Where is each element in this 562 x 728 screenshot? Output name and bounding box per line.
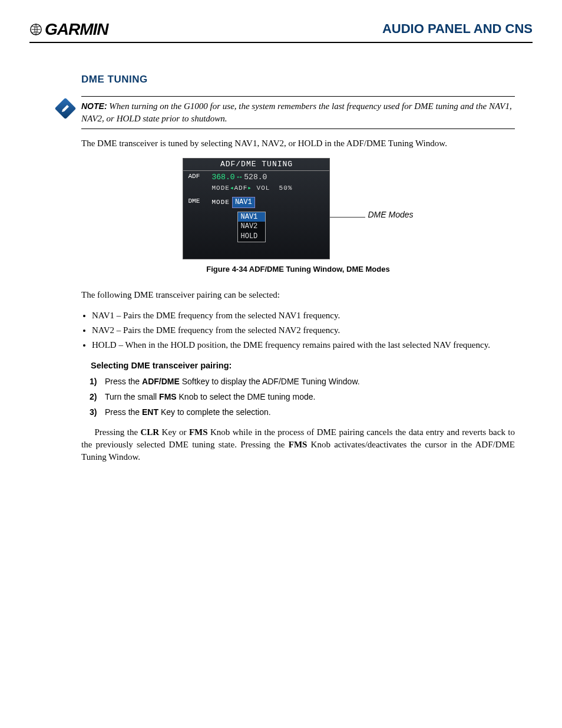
note-body: When turning on the G1000 for use, the s… xyxy=(81,101,512,123)
dropdown-option[interactable]: NAV2 xyxy=(238,222,265,232)
step-item: Press the ENT Key to complete the select… xyxy=(105,407,515,419)
dropdown-option[interactable]: HOLD xyxy=(238,232,265,242)
pairing-bullets: NAV1 – Pairs the DME frequency from the … xyxy=(81,309,515,351)
note-text: NOTE: When turning on the G1000 for use,… xyxy=(81,96,515,129)
callout-label: DME Modes xyxy=(368,210,413,220)
content-area: DME TUNING NOTE: When turning on the G10… xyxy=(29,73,533,463)
pencil-icon xyxy=(61,104,70,113)
note-label: NOTE: xyxy=(81,101,107,111)
adf-active-freq: 368.0 xyxy=(211,172,234,183)
step-item: Turn the small FMS Knob to select the DM… xyxy=(105,391,515,403)
section-header: AUDIO PANEL AND CNS xyxy=(382,20,533,38)
brand-logo: GARMIN xyxy=(29,18,108,41)
adf-label: ADF xyxy=(188,172,211,183)
callout-leader xyxy=(330,217,365,218)
tw-title: ADF/DME TUNING xyxy=(183,159,329,171)
closing-paragraph: Pressing the CLR Key or FMS Knob while i… xyxy=(29,426,533,463)
list-item: NAV1 – Pairs the DME frequency from the … xyxy=(92,309,515,322)
dme-row: DME MODE NAV1 xyxy=(183,196,329,209)
intro-paragraph: The DME transceiver is tuned by selectin… xyxy=(81,137,515,150)
note-block: NOTE: When turning on the G1000 for use,… xyxy=(58,96,515,129)
dme-mode-label: MODE xyxy=(211,198,229,208)
step-item: Press the ADF/DME Softkey to display the… xyxy=(105,376,515,388)
left-caret-icon: ◂ xyxy=(230,185,234,192)
adf-standby-freq: 528.0 xyxy=(244,172,267,183)
brand-text: GARMIN xyxy=(45,18,108,41)
dme-label: DME xyxy=(188,197,211,208)
vol-label: VOL xyxy=(257,185,270,192)
right-caret-icon: ▸ xyxy=(247,185,252,192)
procedure-title: Selecting DME transceiver pairing: xyxy=(91,360,515,371)
figure: ADF/DME TUNING ADF 368.0 ↔ 528.0 MODE◂AD… xyxy=(81,158,515,259)
figure-caption: Figure 4-34 ADF/DME Tuning Window, DME M… xyxy=(81,264,515,275)
list-item: NAV2 – Pairs the DME frequency from the … xyxy=(92,324,515,337)
adf-mode-line: MODE◂ADF▸ VOL 50% xyxy=(183,184,329,193)
dme-mode-dropdown[interactable]: NAV1 NAV2 HOLD xyxy=(237,212,266,242)
subsection-title: DME TUNING xyxy=(81,73,515,87)
pairing-intro: The following DME transceiver pairing ca… xyxy=(81,289,515,301)
garmin-globe-icon xyxy=(29,23,42,36)
dropdown-option[interactable]: NAV1 xyxy=(238,212,265,222)
vol-value: 50% xyxy=(279,185,293,192)
adf-row: ADF 368.0 ↔ 528.0 xyxy=(183,171,329,184)
adf-mode-val: ADF xyxy=(234,185,248,192)
adf-dme-tuning-window: ADF/DME TUNING ADF 368.0 ↔ 528.0 MODE◂AD… xyxy=(183,158,330,259)
page-header: GARMIN AUDIO PANEL AND CNS xyxy=(29,18,533,43)
dme-mode-selection[interactable]: NAV1 xyxy=(232,197,255,208)
procedure-steps: Press the ADF/DME Softkey to display the… xyxy=(81,376,515,418)
list-item: HOLD – When in the HOLD position, the DM… xyxy=(92,339,515,351)
swap-arrow-icon: ↔ xyxy=(237,172,242,183)
mode-word: MODE xyxy=(211,185,229,192)
